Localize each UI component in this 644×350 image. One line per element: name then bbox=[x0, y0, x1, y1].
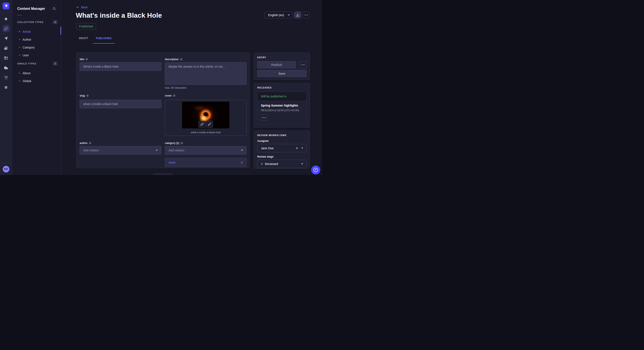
entry-more-button[interactable] bbox=[300, 61, 306, 68]
paper-plane-icon bbox=[4, 36, 8, 41]
review-workflows-panel: REVIEW WORKFLOWS Assignee Jane Doe ✕ Rev… bbox=[254, 130, 310, 169]
tab-published[interactable]: PUBLISHED bbox=[93, 35, 114, 44]
assignee-label: Assignee bbox=[257, 140, 306, 143]
release-card: Will be published in Spring Summer highl… bbox=[257, 92, 306, 124]
link-icon bbox=[200, 123, 204, 126]
subnav-item-article[interactable]: Article bbox=[12, 28, 61, 35]
subnav-item-global[interactable]: Global bbox=[12, 77, 61, 85]
nav-content-type-builder-button[interactable] bbox=[2, 54, 10, 61]
ellipsis-icon bbox=[301, 64, 304, 65]
release-date: 09/11/2024 at 16:00 (UTC+02:00) bbox=[261, 109, 303, 112]
chevron-down-icon bbox=[301, 148, 303, 149]
nav-releases-button[interactable] bbox=[2, 35, 10, 42]
arrow-left-icon bbox=[76, 5, 80, 9]
edit-media-button[interactable] bbox=[206, 121, 213, 128]
version-tabs: DRAFT PUBLISHED bbox=[76, 35, 114, 44]
chevron-down-icon bbox=[301, 163, 303, 165]
search-button[interactable] bbox=[51, 5, 58, 12]
relation-link-news[interactable]: news bbox=[168, 161, 176, 164]
slug-field-label: slug bbox=[80, 94, 89, 97]
download-icon bbox=[296, 13, 300, 17]
globe-icon bbox=[89, 142, 91, 144]
layout-icon bbox=[4, 56, 8, 60]
globe-icon bbox=[86, 58, 88, 61]
nav-marketplace-button[interactable] bbox=[2, 74, 10, 81]
subnav-item-user[interactable]: User bbox=[12, 51, 61, 59]
active-item-indicator bbox=[60, 27, 61, 35]
save-button[interactable]: Save bbox=[257, 70, 306, 77]
nav-settings-button[interactable] bbox=[2, 84, 10, 91]
subnav-item-about[interactable]: About bbox=[12, 69, 61, 77]
pencil-icon bbox=[208, 123, 211, 126]
releases-heading: RELEASES bbox=[257, 86, 306, 89]
locale-select[interactable]: English (en) bbox=[264, 11, 292, 18]
subnav-item-label: User bbox=[22, 54, 29, 57]
strapi-logo[interactable] bbox=[2, 2, 9, 9]
category-relation-item: news ✕ bbox=[165, 158, 246, 167]
globe-icon bbox=[180, 58, 182, 61]
header-more-button[interactable] bbox=[302, 11, 310, 18]
globe-icon bbox=[173, 94, 176, 97]
stage-value: Reviewed bbox=[265, 162, 278, 166]
chevron-down-icon bbox=[241, 150, 243, 151]
publish-button[interactable]: Publish bbox=[257, 61, 296, 68]
chevron-down-icon bbox=[288, 14, 290, 16]
bullet-icon bbox=[19, 55, 20, 56]
nav-deploy-button[interactable] bbox=[2, 64, 10, 71]
export-button[interactable] bbox=[294, 11, 301, 18]
globe-icon bbox=[180, 142, 183, 144]
label-text: description bbox=[165, 58, 179, 61]
subnav-item-label: Author bbox=[22, 38, 31, 41]
nav-media-library-button[interactable] bbox=[2, 45, 10, 52]
label-text: category (1) bbox=[165, 142, 179, 145]
tab-draft[interactable]: DRAFT bbox=[76, 35, 91, 44]
release-more-button[interactable] bbox=[261, 115, 267, 121]
nav-home-button[interactable] bbox=[2, 15, 10, 22]
clear-assignee-icon[interactable]: ✕ bbox=[296, 147, 298, 150]
help-button[interactable]: ? bbox=[311, 166, 320, 175]
subnav-divider bbox=[17, 15, 22, 15]
remove-relation-icon[interactable]: ✕ bbox=[241, 161, 243, 164]
category-field-label: category (1) bbox=[165, 142, 183, 145]
cart-icon bbox=[4, 75, 8, 80]
label-text: cover bbox=[165, 94, 172, 97]
assignee-value: Jane Doe bbox=[261, 147, 296, 150]
subnav-item-label: Category bbox=[22, 46, 35, 49]
author-relation-select[interactable]: Add relation bbox=[80, 146, 162, 155]
header-actions: English (en) bbox=[264, 11, 310, 18]
strapi-admin-app: KD Content Manager COLLECTION TYPES 4 Ar… bbox=[0, 0, 322, 175]
category-placeholder: Add relation bbox=[168, 149, 184, 152]
bullet-icon bbox=[19, 31, 20, 32]
subnav-item-category[interactable]: Category bbox=[12, 43, 61, 51]
bullet-icon bbox=[19, 80, 20, 81]
nav-content-manager-button[interactable] bbox=[2, 25, 10, 32]
logo-section bbox=[0, 0, 12, 12]
page-title: What's inside a Black Hole bbox=[76, 11, 162, 19]
bullet-icon bbox=[19, 39, 20, 40]
release-name: Spring Summer highlights bbox=[261, 104, 303, 107]
chevron-down-icon bbox=[156, 150, 158, 151]
category-relation-select[interactable]: Add relation bbox=[165, 146, 246, 155]
slug-input[interactable] bbox=[80, 100, 162, 108]
ellipsis-icon bbox=[262, 117, 266, 118]
release-status: Will be published in bbox=[258, 92, 306, 101]
review-stage-select[interactable]: Reviewed bbox=[257, 160, 306, 168]
feather-icon bbox=[4, 26, 8, 31]
nav-user-section: KD bbox=[0, 163, 12, 175]
label-text: title bbox=[80, 58, 84, 61]
description-textarea[interactable]: Maybe the answer is in this article, or … bbox=[165, 62, 246, 85]
avatar[interactable]: KD bbox=[3, 166, 9, 173]
cover-actions bbox=[198, 121, 213, 128]
home-icon bbox=[4, 17, 8, 21]
back-link[interactable]: Back bbox=[76, 5, 88, 9]
ellipsis-icon bbox=[304, 15, 308, 15]
status-badge: Published bbox=[76, 23, 96, 29]
collection-types-label: COLLECTION TYPES bbox=[17, 21, 44, 23]
title-input[interactable] bbox=[80, 62, 162, 71]
entry-form-card: title description Maybe the answer is in… bbox=[76, 52, 250, 168]
copy-link-button[interactable] bbox=[198, 121, 206, 128]
assignee-select[interactable]: Jane Doe ✕ bbox=[257, 144, 306, 152]
releases-panel: RELEASES Will be published in Spring Sum… bbox=[254, 83, 310, 128]
bullet-icon bbox=[19, 72, 20, 74]
subnav-item-author[interactable]: Author bbox=[12, 35, 61, 43]
